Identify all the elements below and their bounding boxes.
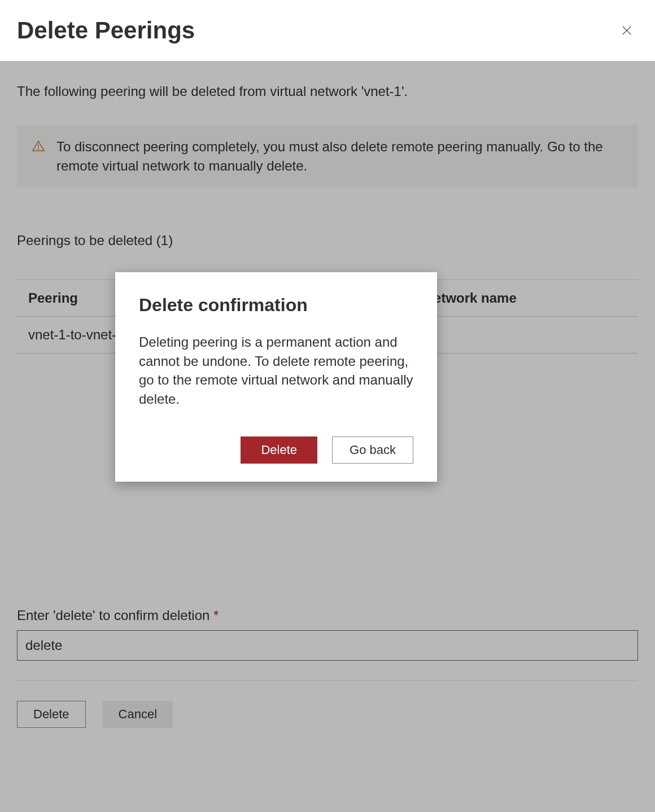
required-marker: * bbox=[213, 608, 219, 623]
warning-banner: To disconnect peering completely, you mu… bbox=[17, 125, 638, 187]
dialog-body-text: Deleting peering is a permanent action a… bbox=[139, 333, 413, 408]
panel-header: Delete Peerings bbox=[0, 0, 655, 61]
peerings-list-label: Peerings to be deleted (1) bbox=[17, 233, 638, 248]
close-button[interactable] bbox=[615, 19, 638, 42]
dialog-goback-button[interactable]: Go back bbox=[332, 436, 413, 464]
dialog-delete-button[interactable]: Delete bbox=[241, 436, 317, 464]
intro-text: The following peering will be deleted fr… bbox=[17, 84, 638, 99]
confirm-label-text: Enter 'delete' to confirm deletion bbox=[17, 608, 213, 623]
svg-point-3 bbox=[38, 149, 38, 149]
delete-confirmation-dialog: Delete confirmation Deleting peering is … bbox=[115, 272, 437, 482]
cancel-button[interactable]: Cancel bbox=[103, 701, 173, 728]
dialog-title: Delete confirmation bbox=[139, 295, 413, 316]
warning-triangle-icon bbox=[32, 139, 45, 153]
confirm-block: Enter 'delete' to confirm deletion * Del… bbox=[17, 608, 638, 728]
dialog-actions: Delete Go back bbox=[139, 436, 413, 464]
warning-text: To disconnect peering completely, you mu… bbox=[56, 137, 623, 175]
delete-button[interactable]: Delete bbox=[17, 701, 86, 728]
close-icon bbox=[621, 24, 633, 37]
confirm-label: Enter 'delete' to confirm deletion * bbox=[17, 608, 638, 623]
footer-actions: Delete Cancel bbox=[17, 680, 638, 728]
page-title: Delete Peerings bbox=[17, 17, 195, 44]
confirm-delete-input[interactable] bbox=[17, 630, 638, 661]
